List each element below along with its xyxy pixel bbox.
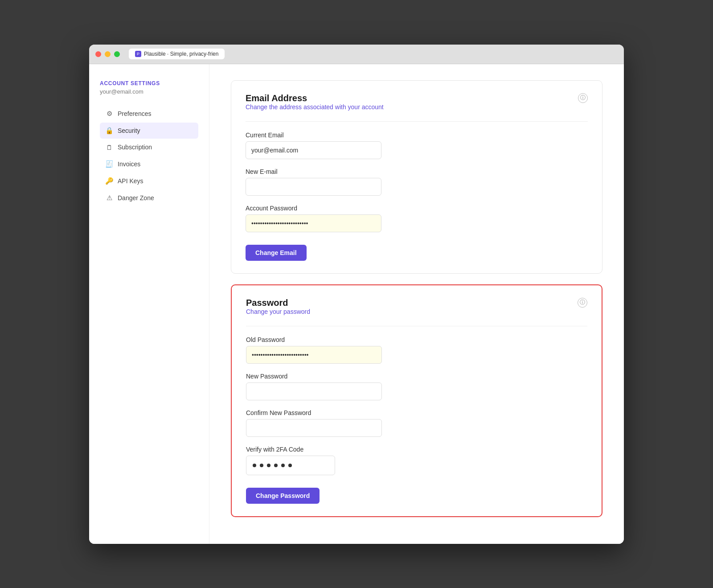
confirm-password-label: Confirm New Password: [246, 409, 587, 416]
new-password-input[interactable]: [246, 382, 382, 400]
email-card-divider: [246, 121, 588, 122]
sidebar-label-preferences: Preferences: [118, 110, 151, 117]
new-email-input[interactable]: [246, 178, 381, 196]
password-card-divider: [246, 326, 587, 326]
confirm-password-input[interactable]: [246, 419, 382, 437]
current-email-label: Current Email: [246, 132, 588, 139]
sidebar-nav: ⚙ Preferences 🔒 Security 🗒 Subscription: [100, 106, 198, 206]
twofa-dot-4: [274, 464, 278, 467]
twofa-input-box[interactable]: [246, 456, 335, 475]
email-card-title: Email Address: [246, 93, 384, 103]
lock-icon: 🔒: [105, 127, 113, 135]
titlebar: P Plausible · Simple, privacy-frien: [89, 45, 624, 64]
old-password-input[interactable]: [246, 346, 382, 364]
app-window: P Plausible · Simple, privacy-frien ACCO…: [89, 45, 624, 544]
confirm-password-group: Confirm New Password: [246, 409, 587, 437]
current-email-input[interactable]: [246, 141, 381, 159]
twofa-dot-6: [288, 464, 292, 467]
gear-icon: ⚙: [105, 110, 113, 118]
twofa-label: Verify with 2FA Code: [246, 446, 587, 453]
account-password-group: Account Password: [246, 205, 588, 232]
password-card-header: Password Change your password ⓘ: [246, 298, 587, 323]
close-button[interactable]: [95, 51, 101, 57]
new-password-group: New Password: [246, 373, 587, 400]
warning-icon: ⚠: [105, 194, 113, 202]
twofa-group: Verify with 2FA Code: [246, 446, 587, 475]
tab-title: Plausible · Simple, privacy-frien: [144, 51, 218, 57]
sidebar-label-subscription: Subscription: [118, 144, 152, 151]
password-card-title: Password: [246, 298, 310, 308]
email-card-subtitle: Change the address associated with your …: [246, 103, 384, 111]
sidebar-item-subscription[interactable]: 🗒 Subscription: [100, 140, 198, 155]
change-email-button[interactable]: Change Email: [246, 245, 307, 261]
sidebar-item-invoices[interactable]: 🧾 Invoices: [100, 156, 198, 172]
minimize-button[interactable]: [105, 51, 111, 57]
twofa-dot-1: [253, 464, 256, 467]
sidebar-item-preferences[interactable]: ⚙ Preferences: [100, 106, 198, 122]
password-info-icon[interactable]: ⓘ: [578, 298, 587, 308]
new-email-label: New E-mail: [246, 168, 588, 175]
sidebar-label-invoices: Invoices: [118, 160, 140, 168]
sidebar: ACCOUNT SETTINGS your@email.com ⚙ Prefer…: [89, 64, 209, 544]
main-content: Email Address Change the address associa…: [209, 64, 624, 544]
password-card-subtitle: Change your password: [246, 308, 310, 315]
sidebar-item-danger-zone[interactable]: ⚠ Danger Zone: [100, 190, 198, 206]
change-password-button[interactable]: Change Password: [246, 488, 320, 504]
email-info-icon[interactable]: ⓘ: [578, 93, 588, 103]
password-card-title-group: Password Change your password: [246, 298, 310, 323]
old-password-label: Old Password: [246, 336, 587, 343]
subscription-icon: 🗒: [105, 144, 113, 151]
email-address-card: Email Address Change the address associa…: [231, 80, 602, 274]
sidebar-label-api-keys: API Keys: [118, 177, 143, 185]
new-email-group: New E-mail: [246, 168, 588, 196]
new-password-label: New Password: [246, 373, 587, 380]
sidebar-item-api-keys[interactable]: 🔑 API Keys: [100, 173, 198, 189]
twofa-dot-3: [267, 464, 270, 467]
email-card-header: Email Address Change the address associa…: [246, 93, 588, 119]
sidebar-section-title: ACCOUNT SETTINGS: [100, 80, 198, 86]
sidebar-label-security: Security: [118, 127, 140, 134]
browser-tab[interactable]: P Plausible · Simple, privacy-frien: [129, 49, 225, 59]
email-card-title-group: Email Address Change the address associa…: [246, 93, 384, 119]
favicon: P: [135, 51, 141, 57]
app-body: ACCOUNT SETTINGS your@email.com ⚙ Prefer…: [89, 64, 624, 544]
current-email-group: Current Email: [246, 132, 588, 159]
sidebar-user-email: your@email.com: [100, 88, 198, 95]
sidebar-label-danger-zone: Danger Zone: [118, 194, 154, 201]
account-password-input[interactable]: [246, 214, 381, 232]
sidebar-item-security[interactable]: 🔒 Security: [100, 123, 198, 139]
maximize-button[interactable]: [114, 51, 120, 57]
password-card: Password Change your password ⓘ Old Pass…: [231, 284, 602, 517]
account-password-label: Account Password: [246, 205, 588, 212]
key-icon: 🔑: [105, 177, 113, 185]
twofa-dot-2: [260, 464, 263, 467]
invoice-icon: 🧾: [105, 160, 113, 168]
old-password-group: Old Password: [246, 336, 587, 364]
twofa-dot-5: [281, 464, 285, 467]
